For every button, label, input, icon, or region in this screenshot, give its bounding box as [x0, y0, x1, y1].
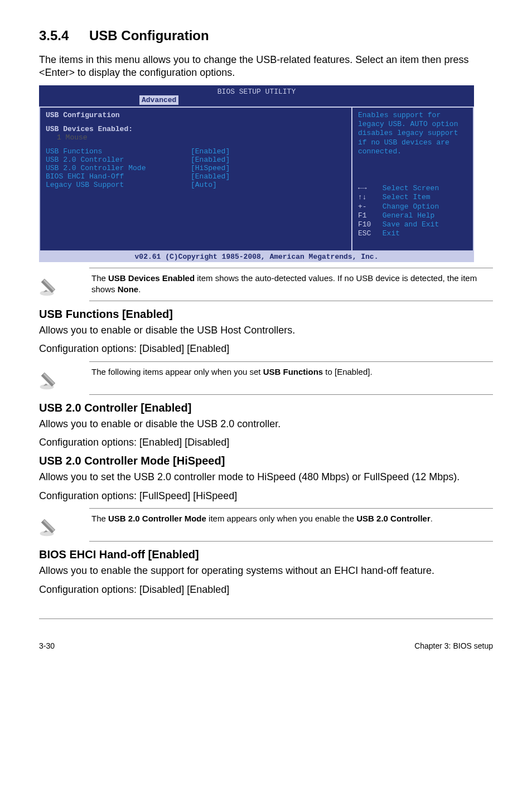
bios-setting-value: [Enabled] — [191, 147, 230, 156]
section-title: USB Configuration — [89, 28, 209, 43]
body-text: Configuration options: [FullSpeed] [HiSp… — [39, 490, 493, 503]
bios-nav-label: General Help — [378, 211, 434, 220]
pencil-icon — [39, 270, 67, 298]
bios-nav-row: ←→ Select Screen — [358, 184, 467, 193]
bios-nav-key: F10 — [358, 220, 378, 229]
bios-title: BIOS SETUP UTILITY — [39, 85, 474, 96]
bios-nav-label: Select Item — [378, 193, 431, 201]
body-text: Allows you to enable or disable the USB … — [39, 324, 493, 337]
bios-setting-label: USB Functions — [46, 147, 191, 156]
note-text: The USB Devices Enabled item shows the a… — [89, 268, 493, 300]
note-box: The USB 2.0 Controller Mode item appears… — [39, 508, 493, 542]
subsection-heading: USB Functions [Enabled] — [39, 308, 493, 321]
bios-nav-row: F10 Save and Exit — [358, 220, 467, 229]
bios-setting-row: USB Functions[Enabled] — [46, 147, 346, 156]
subsection-heading: USB 2.0 Controller Mode [HiSpeed] — [39, 455, 493, 467]
bios-right-panel: Enables support for legacy USB. AUTO opt… — [351, 107, 474, 252]
body-text: Allows you to enable the support for ope… — [39, 564, 493, 577]
bios-setting-label: USB 2.0 Controller — [46, 156, 191, 164]
body-text: Configuration options: [Disabled] [Enabl… — [39, 583, 493, 596]
bios-screenshot: BIOS SETUP UTILITY Advanced USB Configur… — [39, 85, 474, 262]
bios-setting-value: [Enabled] — [191, 172, 230, 181]
bios-nav-row: +- Change Option — [358, 202, 467, 211]
bios-setting-row: BIOS EHCI Hand-Off[Enabled] — [46, 172, 346, 181]
note-text: The following items appear only when you… — [89, 362, 493, 382]
bios-nav-label: Change Option — [378, 202, 439, 211]
bios-nav-key: ESC — [358, 229, 378, 238]
bios-nav-label: Save and Exit — [378, 220, 439, 229]
bios-devices-value: 1 Mouse — [46, 133, 346, 142]
bios-setting-label: USB 2.0 Controller Mode — [46, 164, 191, 172]
pencil-icon — [39, 364, 67, 392]
note-box: The USB Devices Enabled item shows the a… — [39, 268, 493, 301]
bios-setting-row: Legacy USB Support[Auto] — [46, 181, 346, 189]
note-box: The following items appear only when you… — [39, 361, 493, 395]
bios-setting-value: [Auto] — [191, 181, 217, 189]
bios-nav-key: ↑↓ — [358, 193, 378, 202]
bios-footer: v02.61 (C)Copyright 1985-2008, American … — [39, 252, 474, 262]
bios-nav-key: F1 — [358, 211, 378, 220]
footer-page: 3-30 — [39, 641, 55, 650]
bios-setting-label: BIOS EHCI Hand-Off — [46, 172, 191, 181]
bios-help-text: Enables support for legacy USB. AUTO opt… — [358, 111, 467, 156]
bios-nav-row: F1 General Help — [358, 211, 467, 220]
bios-devices-label: USB Devices Enabled: — [46, 125, 346, 133]
pencil-icon — [39, 511, 67, 539]
bios-nav-label: Exit — [378, 229, 400, 238]
bios-nav-key: ←→ — [358, 184, 378, 193]
bios-setting-row: USB 2.0 Controller Mode[HiSpeed] — [46, 164, 346, 172]
bios-nav: ←→ Select Screen↑↓ Select Item+- Change … — [358, 184, 467, 239]
subsection-heading: USB 2.0 Controller [Enabled] — [39, 402, 493, 414]
bios-active-tab: Advanced — [139, 95, 178, 105]
bios-setting-value: [Enabled] — [191, 156, 230, 164]
subsection-heading: BIOS EHCI Hand-off [Enabled] — [39, 548, 493, 561]
bios-tabs: Advanced — [39, 96, 474, 107]
body-text: Configuration options: [Disabled] [Enabl… — [39, 342, 493, 355]
bios-panel-header: USB Configuration — [46, 111, 346, 119]
body-text: Configuration options: [Enabled] [Disabl… — [39, 436, 493, 449]
page-footer: 3-30 Chapter 3: BIOS setup — [0, 619, 532, 661]
body-text: Allows you to set the USB 2.0 controller… — [39, 471, 493, 484]
intro-text: The items in this menu allows you to cha… — [39, 54, 493, 80]
section-number: 3.5.4 — [39, 28, 89, 44]
note-text: The USB 2.0 Controller Mode item appears… — [89, 509, 493, 529]
bios-setting-row: USB 2.0 Controller[Enabled] — [46, 156, 346, 164]
bios-nav-key: +- — [358, 202, 378, 211]
bios-nav-label: Select Screen — [378, 184, 439, 192]
bios-nav-row: ↑↓ Select Item — [358, 193, 467, 202]
section-heading: 3.5.4USB Configuration — [39, 28, 493, 44]
body-text: Allows you to enable or disable the USB … — [39, 418, 493, 431]
bios-setting-label: Legacy USB Support — [46, 181, 191, 189]
bios-nav-row: ESC Exit — [358, 229, 467, 238]
footer-chapter: Chapter 3: BIOS setup — [414, 641, 493, 650]
bios-setting-value: [HiSpeed] — [191, 164, 230, 172]
bios-left-panel: USB Configuration USB Devices Enabled: 1… — [39, 107, 351, 252]
